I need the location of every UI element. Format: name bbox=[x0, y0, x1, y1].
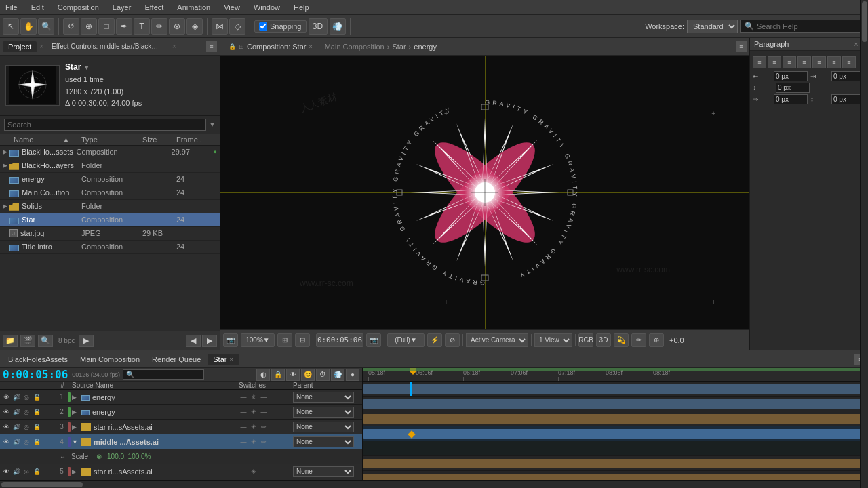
menu-view[interactable]: View bbox=[221, 2, 243, 13]
viewer-3d-btn[interactable]: 3D bbox=[596, 333, 611, 347]
space-before-input[interactable] bbox=[776, 83, 810, 93]
selection-tool[interactable]: ↖ bbox=[3, 18, 19, 35]
layer-1-solo[interactable]: ◎ bbox=[22, 392, 31, 402]
expand-1[interactable]: ▶ bbox=[3, 148, 9, 155]
track-bar-5[interactable] bbox=[363, 459, 868, 468]
layer-3-sw2[interactable]: ✳ bbox=[249, 422, 258, 432]
bpc-btn[interactable]: ▶ bbox=[79, 335, 94, 347]
layer-2-solo[interactable]: ◎ bbox=[22, 407, 31, 417]
menu-effect[interactable]: Effect bbox=[142, 2, 166, 13]
layer-2-sw1[interactable]: — bbox=[239, 407, 248, 417]
tl-tab-renderqueue[interactable]: Render Queue bbox=[146, 354, 206, 365]
layer-1-parent-select[interactable]: None bbox=[293, 392, 354, 403]
paragraph-close[interactable]: × bbox=[854, 40, 858, 48]
menu-window[interactable]: Window bbox=[251, 2, 283, 13]
snapping-checkbox[interactable] bbox=[259, 22, 267, 30]
menu-layer[interactable]: Layer bbox=[110, 2, 134, 13]
motion-blur-btn[interactable]: 💨 bbox=[330, 18, 346, 35]
layer-4-solo[interactable]: ◎ bbox=[22, 437, 31, 447]
brush-tool[interactable]: ✏ bbox=[151, 18, 167, 35]
layer-5-lock[interactable]: 🔓 bbox=[32, 467, 41, 476]
project-search-input[interactable] bbox=[4, 119, 206, 131]
tl-tab-star-close[interactable]: × bbox=[229, 356, 233, 363]
active-camera-select[interactable]: Active Camera bbox=[466, 333, 528, 347]
viewer-safe-btn[interactable]: ⊟ bbox=[295, 333, 310, 347]
viewer-quality-btn[interactable]: (Full) ▼ bbox=[387, 333, 425, 347]
layer-4-expand[interactable]: ▼ bbox=[72, 439, 81, 445]
menu-edit[interactable]: Edit bbox=[28, 2, 47, 13]
justify-right-btn[interactable]: ≡ bbox=[827, 56, 841, 68]
viewer-channels-btn[interactable]: RGB bbox=[578, 333, 593, 347]
new-comp-btn[interactable]: 🎬 bbox=[20, 335, 35, 347]
layer-4-sw2[interactable]: ✳ bbox=[249, 437, 258, 447]
layer-2-lock[interactable]: 🔓 bbox=[32, 407, 41, 417]
layer-2-expand[interactable]: ▶ bbox=[72, 409, 81, 415]
viewer-fast-preview-btn[interactable]: ⚡ bbox=[427, 333, 442, 347]
search-input[interactable] bbox=[757, 22, 861, 30]
layer-5-audio[interactable]: 🔊 bbox=[12, 467, 21, 476]
layer-5-sw2[interactable]: ✳ bbox=[249, 467, 258, 476]
text-tool[interactable]: T bbox=[134, 18, 150, 35]
layer-4-sw1[interactable]: — bbox=[239, 437, 248, 447]
align-right-btn[interactable]: ≡ bbox=[783, 56, 796, 68]
menu-help[interactable]: Help bbox=[291, 2, 312, 13]
search-box[interactable]: 🔍 bbox=[740, 20, 865, 33]
viewer-menu-btn[interactable]: ≡ bbox=[736, 41, 747, 52]
viewer-opengl-btn[interactable]: ⊕ bbox=[649, 333, 664, 347]
viewer-transparency-btn[interactable]: ⊘ bbox=[445, 333, 460, 347]
clone-tool[interactable]: ⊗ bbox=[169, 18, 185, 35]
layer-3-expand[interactable]: ▶ bbox=[72, 424, 81, 430]
layer-4-lock[interactable]: 🔓 bbox=[32, 437, 41, 447]
layer-2-parent-select[interactable]: None bbox=[293, 407, 354, 418]
layer-4-sw3[interactable]: ✏ bbox=[259, 437, 269, 447]
viewer-zoom-btn[interactable]: 100% ▼ bbox=[241, 333, 275, 347]
tl-solo-btn[interactable]: ◐ bbox=[256, 369, 270, 381]
layer-2-sw2[interactable]: ✳ bbox=[249, 407, 258, 417]
layer-row-2[interactable]: 👁 🔊 ◎ 🔓 2 ▶ energy — ✳ — bbox=[0, 405, 362, 420]
layer-1-audio[interactable]: 🔊 bbox=[12, 392, 21, 402]
layer-4-eye[interactable]: 👁 bbox=[1, 437, 11, 447]
viewer-snapshot-btn[interactable]: 📷 bbox=[223, 333, 238, 347]
layer-3-sw3[interactable]: ✏ bbox=[259, 422, 269, 432]
viewer-timecode[interactable]: 0:00:05:06 bbox=[316, 333, 363, 347]
justify-all-btn[interactable]: ≡ bbox=[842, 56, 856, 68]
layer-5-sw3[interactable]: — bbox=[259, 467, 269, 476]
anchor-tool[interactable]: ⊕ bbox=[81, 18, 97, 35]
viewer-fit-btn[interactable]: ⊞ bbox=[277, 333, 292, 347]
proj-item-blackholayers[interactable]: ▶ BlackHo...ayers Folder bbox=[0, 159, 220, 173]
proj-item-starjpg[interactable]: ▶ J star.jpg JPEG 29 KB bbox=[0, 227, 220, 241]
layer-3-solo[interactable]: ◎ bbox=[22, 422, 31, 432]
layer-5-expand[interactable]: ▶ bbox=[72, 468, 81, 475]
breadcrumb-energy[interactable]: energy bbox=[414, 43, 437, 51]
tl-motionblur-btn[interactable]: 💨 bbox=[331, 369, 344, 381]
layer-row-5[interactable]: 👁 🔊 ◎ 🔓 5 ▶ star ri...sAssets.ai — ✳ bbox=[0, 464, 362, 479]
justify-center-btn[interactable]: ≡ bbox=[812, 56, 826, 68]
hand-tool[interactable]: ✋ bbox=[20, 18, 37, 35]
layer-5-parent-select[interactable]: None bbox=[293, 466, 354, 477]
tl-shy-btn[interactable]: 😊 bbox=[301, 369, 315, 381]
puppet-tool[interactable]: ⋈ bbox=[212, 18, 228, 35]
track-bar-1[interactable] bbox=[363, 384, 868, 394]
layer-1-sw2[interactable]: ✳ bbox=[249, 392, 258, 402]
layer-5-eye[interactable]: 👁 bbox=[1, 467, 11, 476]
proj-item-star[interactable]: ▶ Star Composition 24 bbox=[0, 214, 220, 227]
breadcrumb-star[interactable]: Star bbox=[392, 43, 406, 51]
view-layout-select[interactable]: 1 View bbox=[534, 333, 572, 347]
layer-2-eye[interactable]: 👁 bbox=[1, 407, 11, 417]
indent-left-input[interactable] bbox=[774, 71, 808, 81]
snapping-toggle[interactable]: Snapping bbox=[254, 20, 307, 33]
col-type-header[interactable]: Type bbox=[81, 136, 142, 144]
layer-row-4[interactable]: 👁 🔊 ◎ 🔓 4 ▼ middle ...Assets.ai — ✳ bbox=[0, 434, 362, 449]
viewer-panel-menu[interactable]: ≡ bbox=[734, 41, 747, 52]
layer-1-eye[interactable]: 👁 bbox=[1, 392, 11, 402]
timeline-timecode[interactable]: 0:00:05:06 bbox=[3, 368, 68, 381]
proj-item-titleintro[interactable]: ▶ Title intro Composition 24 bbox=[0, 241, 220, 254]
eraser-tool[interactable]: ◈ bbox=[186, 18, 203, 35]
tl-render-btn[interactable]: ● bbox=[346, 369, 359, 381]
3d-btn[interactable]: 3D bbox=[309, 18, 328, 35]
comp-tab-close[interactable]: × bbox=[309, 43, 312, 50]
rect-tool[interactable]: □ bbox=[98, 18, 115, 35]
track-bar-4[interactable] bbox=[363, 429, 868, 439]
scale-value[interactable]: 100.0, 100.0% bbox=[107, 453, 151, 460]
track-bar-2[interactable] bbox=[363, 399, 868, 409]
